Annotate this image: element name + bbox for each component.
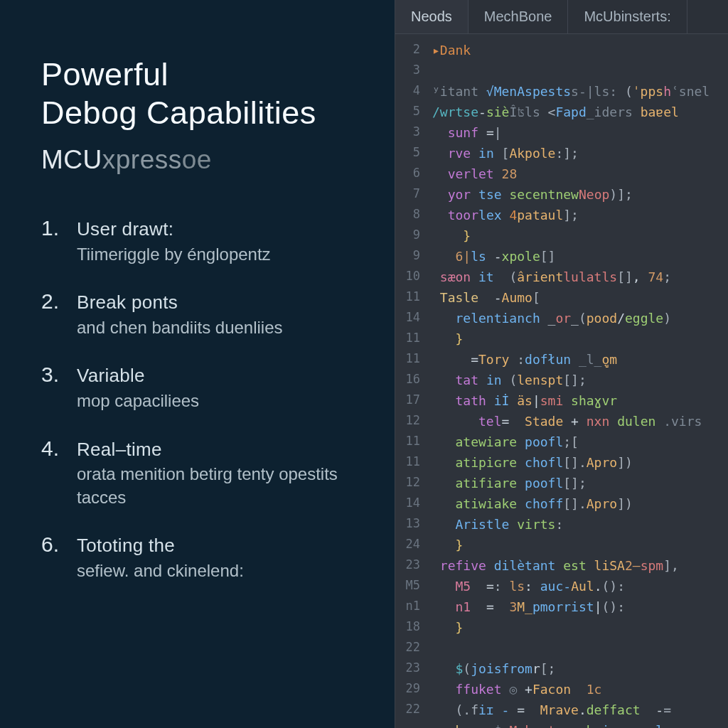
feature-number: 2. [41, 289, 70, 314]
feature-title: Break ponts [77, 291, 283, 315]
title-line-1: Powerful [41, 55, 373, 94]
code-line[interactable]: sunf =| [432, 122, 728, 143]
line-number: 14 [395, 308, 420, 328]
feature-number: 4. [41, 437, 70, 461]
line-number: 4 [395, 81, 420, 102]
tab-mcubinsterts[interactable]: McUbinsterts: [568, 0, 687, 33]
code-line[interactable]: sæon it (ârientlulatls[], 74; [432, 267, 728, 287]
code-line[interactable]: relentianch _or_(pood/eggle) [432, 308, 728, 328]
code-line[interactable]: ▸Dank [432, 40, 728, 60]
code-line[interactable]: } [432, 328, 728, 349]
feature-title: Tototing the [77, 534, 244, 558]
brand-wordmark: MCUxpressoe [41, 145, 373, 175]
line-number: 13 [395, 514, 420, 535]
brand-suffix: oe [182, 145, 212, 174]
line-number: 23 [395, 658, 420, 679]
tab-mechbone[interactable]: MechBone [469, 0, 569, 33]
editor-tabs: Neods MechBone McUbinsterts: [395, 0, 728, 34]
feature-item: 1. User drawt: Tiimeriggle by énglopentz [41, 216, 373, 266]
code-line[interactable]: } [432, 535, 728, 555]
code-line[interactable]: $(joisfromr[; [432, 658, 728, 679]
code-line[interactable]: tel= Stade + nxn dulen .virs [432, 411, 728, 432]
line-gutter: 2345356789910111411111617121111121413242… [395, 34, 428, 728]
code-line[interactable]: refive dilètant est liSA2–spm], [432, 555, 728, 576]
line-number: n1 [395, 596, 420, 617]
line-number: 17 [395, 390, 420, 411]
feature-desc: Tiimeriggle by énglopentz [77, 243, 271, 266]
feature-desc: orata menition betirg tenty opestits tac… [77, 463, 373, 509]
feature-desc: and chen bandiits duenliies [77, 316, 283, 339]
line-number: 24 [395, 535, 420, 555]
code-line[interactable]: tat in (lenspt[]; [432, 370, 728, 390]
line-number: 11 [395, 452, 420, 473]
code-line[interactable]: tath iİ äs|smi shaɣvr [432, 390, 728, 411]
code-line[interactable] [432, 638, 728, 658]
ide-window: Neods MechBone McUbinsterts: 23453567899… [395, 0, 728, 728]
line-number: 9 [395, 225, 420, 246]
code-line[interactable]: } [432, 617, 728, 638]
brand-mid: xpress [102, 145, 182, 174]
code-line[interactable]: atiwiake choff[].Apro]) [432, 493, 728, 514]
code-line[interactable] [432, 60, 728, 81]
line-number: 11 [395, 432, 420, 452]
line-number: 29 [395, 679, 420, 700]
line-number: 12 [395, 411, 420, 432]
code-line[interactable]: bme $ Makast sush iuseopel.c. [432, 720, 728, 728]
code-editor[interactable]: 2345356789910111411111617121111121413242… [395, 34, 728, 728]
marketing-panel: Powerful Debog Capabilities MCUxpressoe … [0, 0, 395, 728]
code-line[interactable]: ʸitant √MenAspestss-|ls: (ˈppshʿsnel [432, 81, 728, 102]
feature-number: 3. [41, 363, 70, 387]
feature-list: 1. User drawt: Tiimeriggle by énglopentz… [41, 216, 373, 582]
line-number: 2 [395, 40, 420, 60]
line-number: 5 [395, 143, 420, 164]
brand-prefix: MCU [41, 145, 102, 174]
line-number: 23 [395, 555, 420, 576]
line-number: 22 [395, 638, 420, 658]
code-line[interactable]: atifiare poofl[]; [432, 473, 728, 493]
line-number: 11 [395, 287, 420, 308]
feature-title: User drawt: [77, 218, 271, 242]
line-number: 16 [395, 370, 420, 390]
code-line[interactable]: Aristle virts: [432, 514, 728, 535]
line-number: 3 [395, 122, 420, 143]
line-number: 9 [395, 246, 420, 267]
line-number: 12 [395, 473, 420, 493]
feature-item: 6. Tototing the sefiew. and ckinelend: [41, 532, 373, 582]
feature-item: 3. Variable mop capaciliees [41, 363, 373, 412]
line-number: 18 [395, 617, 420, 638]
code-line[interactable]: (.fiɪ - = Mrave.deffact -= [432, 700, 728, 720]
feature-desc: mop capaciliees [77, 390, 199, 412]
code-line[interactable]: verlet 28 [432, 164, 728, 184]
code-line[interactable]: =Tory :dofłun _l_oูm [432, 349, 728, 370]
tab-neods[interactable]: Neods [395, 0, 469, 33]
code-line[interactable]: yor tse secentnewNeop)]; [432, 184, 728, 205]
line-number: 7 [395, 184, 420, 205]
line-number: 3 [395, 60, 420, 81]
feature-number: 6. [41, 532, 70, 557]
code-line[interactable]: 6|ls -xpole[] [432, 246, 728, 267]
code-line[interactable]: atewiare poofl;[ [432, 432, 728, 452]
line-number: 11 [395, 349, 420, 370]
code-line[interactable]: Tasle -Aumo[ [432, 287, 728, 308]
code-line[interactable]: atipiɢre chofl[].Apro]) [432, 452, 728, 473]
code-line[interactable]: /wrtse-sièÎʦls <Fapd_iders baɐel [432, 102, 728, 122]
code-line[interactable]: ffuket ◎ +Facon 1c [432, 679, 728, 700]
line-number: 8 [395, 205, 420, 225]
code-line[interactable]: } [432, 225, 728, 246]
line-number: M5 [395, 576, 420, 596]
line-number: 14 [395, 493, 420, 514]
feature-desc: sefiew. and ckinelend: [77, 560, 244, 582]
feature-item: 2. Break ponts and chen bandiits duenlii… [41, 289, 373, 339]
line-number: 6 [395, 164, 420, 184]
line-number: 10 [395, 267, 420, 287]
line-number: 22 [395, 700, 420, 720]
code-line[interactable]: toorlex 4pataul]; [432, 205, 728, 225]
feature-number: 1. [41, 216, 70, 240]
feature-title: Real–time [77, 438, 373, 462]
line-number: 5 [395, 102, 420, 122]
code-line[interactable]: M5 =: ls: auc-Aul.(): [432, 576, 728, 596]
code-line[interactable]: n1 = 3M_pmorrist|(): [432, 596, 728, 617]
code-area[interactable]: ▸Dankʸitant √MenAspestss-|ls: (ˈppshʿsne… [428, 34, 728, 728]
feature-item: 4. Real–time orata menition betirg tenty… [41, 437, 373, 510]
code-line[interactable]: rve in [Akpole:]; [432, 143, 728, 164]
